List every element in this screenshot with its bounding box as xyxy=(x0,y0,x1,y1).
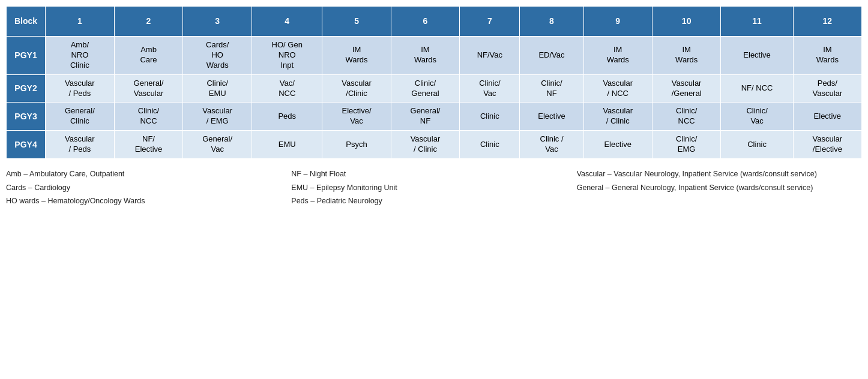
legend-item: Cards – Cardiology xyxy=(6,181,291,195)
cell-pgy2-12: Peds/ Vascular xyxy=(793,74,861,103)
cell-pgy4-3: General/ Vac xyxy=(183,131,252,159)
row-pgy2: PGY2Vascular / PedsGeneral/ VascularClin… xyxy=(7,74,862,103)
legend-item: General – General Neurology, Inpatient S… xyxy=(577,181,862,195)
cell-pgy4-6: Vascular / Clinic xyxy=(391,131,460,159)
cell-pgy2-5: Vascular /Clinic xyxy=(322,74,391,103)
schedule-table: Block123456789101112 PGY1Amb/ NRO Clinic… xyxy=(6,6,862,159)
cell-pgy3-1: General/ Clinic xyxy=(46,103,115,131)
row-pgy3: PGY3General/ ClinicClinic/ NCCVascular /… xyxy=(7,103,862,131)
cell-pgy1-8: ED/Vac xyxy=(520,37,583,75)
header-col-3: 3 xyxy=(183,7,252,37)
legend-item: Amb – Ambulatory Care, Outpatient xyxy=(6,167,291,181)
cell-pgy4-5: Psych xyxy=(322,131,391,159)
cell-pgy2-2: General/ Vascular xyxy=(114,74,183,103)
row-label-pgy3: PGY3 xyxy=(7,103,46,131)
cell-pgy3-12: Elective xyxy=(793,103,861,131)
legend-item: Peds – Pediatric Neurology xyxy=(291,194,576,208)
cell-pgy2-7: Clinic/ Vac xyxy=(460,74,520,103)
legend-item: EMU – Epilepsy Monitoring Unit xyxy=(291,181,576,195)
cell-pgy4-8: Clinic / Vac xyxy=(520,131,583,159)
cell-pgy2-3: Clinic/ EMU xyxy=(183,74,252,103)
cell-pgy1-10: IM Wards xyxy=(652,37,721,75)
cell-pgy1-11: Elective xyxy=(721,37,793,75)
header-col-10: 10 xyxy=(652,7,721,37)
cell-pgy1-7: NF/Vac xyxy=(460,37,520,75)
legend-item: Vascular – Vascular Neurology, Inpatient… xyxy=(577,167,862,181)
cell-pgy2-6: Clinic/ General xyxy=(391,74,460,103)
cell-pgy1-2: Amb Care xyxy=(114,37,183,75)
cell-pgy4-11: Clinic xyxy=(721,131,793,159)
cell-pgy4-4: EMU xyxy=(252,131,322,159)
cell-pgy3-11: Clinic/ Vac xyxy=(721,103,793,131)
cell-pgy3-4: Peds xyxy=(252,103,322,131)
cell-pgy3-10: Clinic/ NCC xyxy=(652,103,721,131)
cell-pgy3-7: Clinic xyxy=(460,103,520,131)
row-pgy4: PGY4Vascular / PedsNF/ ElectiveGeneral/ … xyxy=(7,131,862,159)
legend: Amb – Ambulatory Care, OutpatientCards –… xyxy=(6,167,862,208)
header-col-2: 2 xyxy=(114,7,183,37)
legend-col-2: NF – Night FloatEMU – Epilepsy Monitorin… xyxy=(291,167,576,208)
cell-pgy3-3: Vascular / EMG xyxy=(183,103,252,131)
cell-pgy4-12: Vascular /Elective xyxy=(793,131,861,159)
cell-pgy4-2: NF/ Elective xyxy=(114,131,183,159)
legend-col-3: Vascular – Vascular Neurology, Inpatient… xyxy=(577,167,862,208)
cell-pgy3-8: Elective xyxy=(520,103,583,131)
header-col-4: 4 xyxy=(252,7,322,37)
header-col-12: 12 xyxy=(793,7,861,37)
cell-pgy1-6: IM Wards xyxy=(391,37,460,75)
header-col-7: 7 xyxy=(460,7,520,37)
row-label-pgy1: PGY1 xyxy=(7,37,46,75)
cell-pgy3-2: Clinic/ NCC xyxy=(114,103,183,131)
header-col-6: 6 xyxy=(391,7,460,37)
cell-pgy1-3: Cards/ HO Wards xyxy=(183,37,252,75)
header-col-11: 11 xyxy=(721,7,793,37)
row-pgy1: PGY1Amb/ NRO ClinicAmb CareCards/ HO War… xyxy=(7,37,862,75)
row-label-pgy4: PGY4 xyxy=(7,131,46,159)
cell-pgy4-9: Elective xyxy=(583,131,652,159)
row-label-pgy2: PGY2 xyxy=(7,74,46,103)
cell-pgy2-4: Vac/ NCC xyxy=(252,74,322,103)
cell-pgy2-10: Vascular /General xyxy=(652,74,721,103)
cell-pgy1-4: HO/ Gen NRO Inpt xyxy=(252,37,322,75)
cell-pgy3-5: Elective/ Vac xyxy=(322,103,391,131)
cell-pgy4-7: Clinic xyxy=(460,131,520,159)
cell-pgy1-12: IM Wards xyxy=(793,37,861,75)
legend-item: NF – Night Float xyxy=(291,167,576,181)
cell-pgy2-1: Vascular / Peds xyxy=(46,74,115,103)
cell-pgy4-1: Vascular / Peds xyxy=(46,131,115,159)
legend-item: HO wards – Hematology/Oncology Wards xyxy=(6,194,291,208)
cell-pgy4-10: Clinic/ EMG xyxy=(652,131,721,159)
header-col-1: 1 xyxy=(46,7,115,37)
cell-pgy2-8: Clinic/ NF xyxy=(520,74,583,103)
cell-pgy1-5: IM Wards xyxy=(322,37,391,75)
header-col-9: 9 xyxy=(583,7,652,37)
legend-col-1: Amb – Ambulatory Care, OutpatientCards –… xyxy=(6,167,291,208)
cell-pgy3-9: Vascular / Clinic xyxy=(583,103,652,131)
cell-pgy1-9: IM Wards xyxy=(583,37,652,75)
cell-pgy2-11: NF/ NCC xyxy=(721,74,793,103)
cell-pgy3-6: General/ NF xyxy=(391,103,460,131)
header-block: Block xyxy=(7,7,46,37)
cell-pgy2-9: Vascular / NCC xyxy=(583,74,652,103)
header-col-5: 5 xyxy=(322,7,391,37)
cell-pgy1-1: Amb/ NRO Clinic xyxy=(46,37,115,75)
header-col-8: 8 xyxy=(520,7,583,37)
